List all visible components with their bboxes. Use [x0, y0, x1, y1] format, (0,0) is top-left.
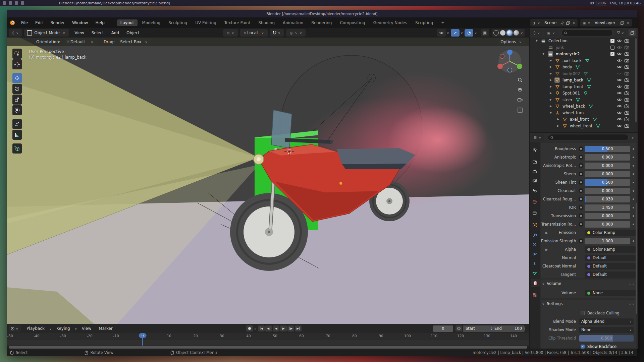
shading-rendered-button[interactable]	[514, 30, 519, 36]
show-gizmo-object-types[interactable]	[437, 29, 446, 37]
clearcoat-normal-input[interactable]: Default	[585, 263, 636, 269]
os-tray-icon[interactable]	[9, 1, 12, 5]
gizmo-x-axis[interactable]	[497, 64, 503, 69]
outliner-scrollbar[interactable]	[635, 38, 637, 122]
hide-eye-icon[interactable]	[617, 45, 622, 50]
disable-render-icon[interactable]	[624, 64, 629, 69]
hide-eye-icon[interactable]	[617, 58, 622, 63]
exclude-checkbox[interactable]	[610, 46, 614, 50]
input-socket[interactable]	[579, 180, 583, 185]
collapse-region-icon[interactable]: ‹	[523, 327, 526, 330]
input-socket[interactable]	[579, 163, 583, 168]
shading-wireframe-button[interactable]	[493, 30, 499, 36]
hide-eye-icon[interactable]	[617, 51, 622, 56]
tool-scale[interactable]	[12, 95, 22, 105]
expand-icon[interactable]: ▶	[544, 248, 549, 251]
next-keyframe-button[interactable]: |▶	[287, 325, 294, 331]
show-backface-checkbox[interactable]: ✓	[581, 345, 585, 349]
outliner-row-wheel-turn[interactable]: ▼ wheel_turn	[530, 110, 635, 116]
disable-render-icon[interactable]	[624, 123, 629, 128]
alpha-input[interactable]: Color Ramp	[585, 246, 636, 253]
tab-tool-properties[interactable]	[531, 146, 539, 154]
jump-to-end-button[interactable]: ▶|	[295, 325, 302, 331]
hide-eye-icon[interactable]	[617, 77, 622, 82]
input-socket[interactable]	[579, 205, 583, 210]
input-socket[interactable]	[579, 222, 583, 227]
os-clock[interactable]: Thu, 18 Jul 03:46	[609, 1, 641, 5]
shadow-mode-dropdown[interactable]: None∨	[579, 327, 634, 333]
gizmo-y-axis[interactable]	[517, 64, 522, 69]
animate-decorator[interactable]	[633, 148, 634, 150]
animate-decorator[interactable]	[633, 207, 634, 208]
sheen-slider[interactable]: 0.000	[585, 171, 630, 177]
backface-culling-checkbox[interactable]	[581, 311, 585, 315]
add-workspace-button[interactable]: +	[438, 19, 448, 26]
tab-collection-properties[interactable]	[531, 209, 539, 217]
tab-render-properties[interactable]	[531, 158, 539, 166]
new-collection-button[interactable]	[629, 29, 636, 36]
disable-render-icon[interactable]	[624, 84, 629, 89]
outliner-filter-dropdown[interactable]: ∨	[615, 29, 627, 36]
clearcoat-roughness-slider[interactable]: 0.030	[585, 196, 630, 202]
tab-physics-properties[interactable]	[531, 250, 539, 258]
frame-end-field[interactable]: End100	[492, 325, 525, 332]
tab-modeling[interactable]: Modeling	[139, 19, 164, 26]
outliner-display-mode[interactable]: ▣∨	[544, 29, 557, 36]
disable-render-icon[interactable]	[624, 58, 629, 63]
tab-output-properties[interactable]	[531, 168, 539, 176]
animate-decorator[interactable]	[633, 198, 634, 200]
tool-transform[interactable]	[12, 105, 22, 115]
view-layer-selector[interactable]: ▣∨ ViewLayer ×	[580, 19, 632, 26]
zoom-viewport-button[interactable]	[517, 77, 523, 83]
pan-viewport-button[interactable]	[517, 87, 523, 93]
tab-geometry-nodes[interactable]: Geometry Nodes	[370, 19, 411, 26]
disable-render-icon[interactable]	[624, 117, 629, 122]
snap-toggle[interactable]: ∨	[270, 29, 284, 37]
tab-shading[interactable]: Shading	[255, 19, 278, 26]
outliner-row-body[interactable]: ▶ body	[530, 64, 635, 70]
hide-eye-icon[interactable]	[617, 38, 622, 43]
tab-rendering[interactable]: Rendering	[308, 19, 335, 26]
menu-file[interactable]: File	[17, 20, 32, 25]
panel-grip-icon[interactable]: ::::	[629, 302, 634, 305]
disable-render-icon[interactable]	[624, 45, 629, 50]
xray-toggle[interactable]: ▣	[481, 29, 489, 37]
properties-search-input[interactable]	[548, 134, 628, 141]
viewport-menu-object[interactable]: Object	[123, 31, 143, 35]
hide-eye-icon[interactable]	[617, 84, 622, 89]
tab-object-properties[interactable]	[531, 221, 539, 229]
shading-material-preview-button[interactable]	[507, 30, 512, 36]
hide-eye-icon[interactable]	[617, 117, 622, 122]
tab-animation[interactable]: Animation	[279, 19, 307, 26]
input-socket[interactable]	[579, 197, 583, 201]
os-tray-icon[interactable]	[15, 1, 18, 5]
scene-selector[interactable]: ◑∨ Scene ×	[530, 19, 578, 26]
disable-render-icon[interactable]	[624, 77, 629, 82]
properties-editor-type[interactable]: ☰∨	[531, 134, 544, 141]
disable-render-icon[interactable]	[624, 97, 629, 102]
volume-section-header[interactable]: ∨ Volume ::::	[541, 280, 636, 287]
tool-cursor[interactable]	[12, 59, 22, 69]
tangent-input[interactable]: Default	[585, 272, 636, 278]
new-scene-icon[interactable]	[566, 21, 570, 25]
disable-render-icon[interactable]	[624, 110, 629, 115]
timeline-menu-keying[interactable]: Keying	[53, 326, 73, 331]
animate-decorator[interactable]	[633, 182, 634, 183]
camera-view-button[interactable]	[517, 97, 523, 103]
menu-window[interactable]: Window	[68, 20, 92, 25]
timeline-menu-marker[interactable]: Marker	[95, 326, 116, 331]
animate-decorator[interactable]	[633, 240, 634, 242]
exclude-checkbox[interactable]: ✓	[610, 52, 614, 56]
timeline-track[interactable]	[7, 340, 529, 346]
sheen-tint-slider[interactable]: 0.500	[585, 179, 630, 186]
remove-view-layer-icon[interactable]: ×	[626, 21, 631, 25]
ior-slider[interactable]: 1.450	[585, 204, 630, 211]
outliner-row-axel-back[interactable]: ▶ axel_back	[530, 57, 635, 64]
previous-frame-button[interactable]: ◀	[273, 325, 279, 331]
transmission-slider[interactable]: 0.000	[585, 213, 630, 219]
menu-help[interactable]: Help	[92, 20, 108, 25]
emission-strength-slider[interactable]: 1.000	[585, 238, 630, 244]
clearcoat-slider[interactable]: 0.000	[585, 188, 630, 194]
outliner-row-spot-001[interactable]: ▶ Spot.001	[530, 90, 635, 96]
disable-render-icon[interactable]	[624, 90, 629, 96]
